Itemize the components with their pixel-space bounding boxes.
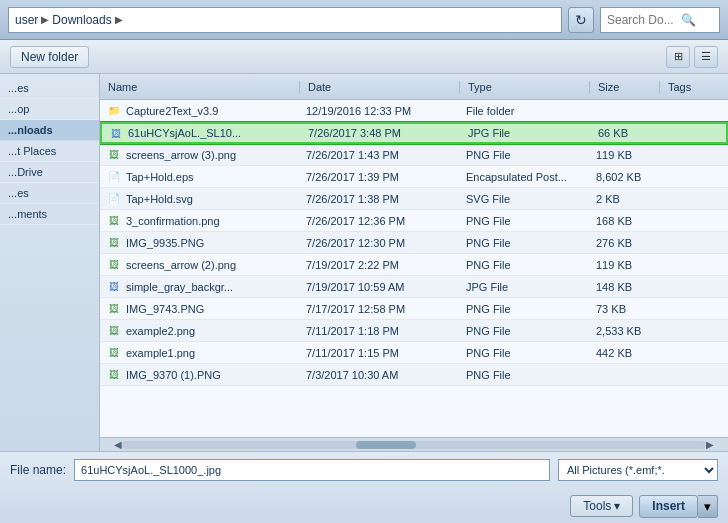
file-cell-name: 🖼 example1.png [100, 345, 300, 361]
tools-button[interactable]: Tools ▾ [570, 495, 633, 517]
filename-label: File name: [10, 463, 66, 477]
search-bar[interactable]: 🔍 [600, 7, 720, 33]
file-cell-type: PNG File [460, 303, 590, 315]
table-row[interactable]: 🖼 example2.png 7/11/2017 1:18 PM PNG Fil… [100, 320, 728, 342]
col-header-type[interactable]: Type [460, 81, 590, 93]
horizontal-scrollbar[interactable]: ◀ ▶ [100, 437, 728, 451]
file-cell-type: PNG File [460, 215, 590, 227]
table-row[interactable]: 🖼 screens_arrow (2).png 7/19/2017 2:22 P… [100, 254, 728, 276]
file-cell-size: 276 KB [590, 237, 660, 249]
table-row[interactable]: 📄 Tap+Hold.svg 7/26/2017 1:38 PM SVG Fil… [100, 188, 728, 210]
png-icon: 🖼 [106, 301, 122, 317]
new-folder-button[interactable]: New folder [10, 46, 89, 68]
file-cell-type: PNG File [460, 237, 590, 249]
table-row[interactable]: 🖼 IMG_9370 (1).PNG 7/3/2017 10:30 AM PNG… [100, 364, 728, 386]
file-name: IMG_9935.PNG [126, 237, 204, 249]
address-bar-area: user ▶ Downloads ▶ ↻ 🔍 [0, 0, 728, 40]
refresh-button[interactable]: ↻ [568, 7, 594, 33]
folder-icon: 📁 [106, 103, 122, 119]
file-cell-size: 8,602 KB [590, 171, 660, 183]
sidebar-item-drive[interactable]: ...Drive [0, 162, 99, 183]
file-name: example1.png [126, 347, 195, 359]
table-row[interactable]: 🖼 IMG_9935.PNG 7/26/2017 12:30 PM PNG Fi… [100, 232, 728, 254]
file-cell-date: 12/19/2016 12:33 PM [300, 105, 460, 117]
sidebar-item-documents[interactable]: ...ments [0, 204, 99, 225]
file-cell-date: 7/3/2017 10:30 AM [300, 369, 460, 381]
col-header-name[interactable]: Name [100, 81, 300, 93]
file-cell-size: 148 KB [590, 281, 660, 293]
file-cell-date: 7/26/2017 1:39 PM [300, 171, 460, 183]
scroll-left-arrow[interactable]: ◀ [114, 439, 122, 450]
file-cell-size: 2,533 KB [590, 325, 660, 337]
crumb-downloads[interactable]: Downloads [52, 13, 111, 27]
toolbar: New folder ⊞ ☰ [0, 40, 728, 74]
file-cell-type: JPG File [462, 127, 592, 139]
file-cell-date: 7/19/2017 10:59 AM [300, 281, 460, 293]
file-cell-date: 7/11/2017 1:15 PM [300, 347, 460, 359]
file-cell-type: PNG File [460, 369, 590, 381]
file-cell-size: 119 KB [590, 149, 660, 161]
file-cell-type: SVG File [460, 193, 590, 205]
sidebar-item-downloads[interactable]: ...nloads [0, 120, 99, 141]
sidebar-item-0[interactable]: ...es [0, 78, 99, 99]
table-row[interactable]: 🖼 3_confirmation.png 7/26/2017 12:36 PM … [100, 210, 728, 232]
file-name: screens_arrow (3).png [126, 149, 236, 161]
crumb-user[interactable]: user [15, 13, 38, 27]
search-input[interactable] [607, 13, 677, 27]
file-name: Capture2Text_v3.9 [126, 105, 218, 117]
file-cell-type: Encapsulated Post... [460, 171, 590, 183]
file-name: screens_arrow (2).png [126, 259, 236, 271]
file-cell-name: 🖼 screens_arrow (3).png [100, 147, 300, 163]
filetype-select[interactable]: All Pictures (*.emf;*. [558, 459, 718, 481]
col-header-tags[interactable]: Tags [660, 81, 728, 93]
file-cell-date: 7/26/2017 12:30 PM [300, 237, 460, 249]
eps-icon: 📄 [106, 169, 122, 185]
jpg-icon: 🖼 [106, 279, 122, 295]
bottom-area: File name: All Pictures (*.emf;*. Tools … [0, 451, 728, 523]
file-cell-type: PNG File [460, 149, 590, 161]
file-list-container: Name Date Type Size Tags 📁 Capture2Text_… [100, 74, 728, 451]
sidebar-item-4[interactable]: ...es [0, 183, 99, 204]
list-view-button[interactable]: ☰ [694, 46, 718, 68]
insert-dropdown-icon: ▾ [704, 499, 711, 514]
file-name: 3_confirmation.png [126, 215, 220, 227]
tools-arrow-icon: ▾ [614, 499, 620, 513]
file-cell-size: 66 KB [592, 127, 662, 139]
svg-icon: 📄 [106, 191, 122, 207]
table-row[interactable]: 🖼 IMG_9743.PNG 7/17/2017 12:58 PM PNG Fi… [100, 298, 728, 320]
table-row[interactable]: 🖼 example1.png 7/11/2017 1:15 PM PNG Fil… [100, 342, 728, 364]
file-cell-size: 73 KB [590, 303, 660, 315]
file-cell-name: 🖼 IMG_9370 (1).PNG [100, 367, 300, 383]
file-cell-name: 📄 Tap+Hold.eps [100, 169, 300, 185]
file-cell-size: 442 KB [590, 347, 660, 359]
address-bar[interactable]: user ▶ Downloads ▶ [8, 7, 562, 33]
filename-row: File name: All Pictures (*.emf;*. [0, 452, 728, 488]
insert-button[interactable]: Insert [639, 495, 698, 518]
file-cell-type: PNG File [460, 259, 590, 271]
table-row[interactable]: 📁 Capture2Text_v3.9 12/19/2016 12:33 PM … [100, 100, 728, 122]
scroll-right-arrow[interactable]: ▶ [706, 439, 714, 450]
insert-dropdown-button[interactable]: ▾ [698, 495, 718, 518]
col-header-date[interactable]: Date [300, 81, 460, 93]
filename-input[interactable] [74, 459, 550, 481]
column-headers: Name Date Type Size Tags [100, 74, 728, 100]
file-cell-date: 7/26/2017 1:43 PM [300, 149, 460, 161]
grid-view-button[interactable]: ⊞ [666, 46, 690, 68]
file-cell-date: 7/19/2017 2:22 PM [300, 259, 460, 271]
scroll-track[interactable] [122, 441, 706, 449]
table-row[interactable]: 🖼 61uHCYsjAoL._SL10... 7/26/2017 3:48 PM… [100, 122, 728, 144]
crumb-separator-2: ▶ [115, 14, 123, 25]
table-row[interactable]: 🖼 screens_arrow (3).png 7/26/2017 1:43 P… [100, 144, 728, 166]
table-row[interactable]: 🖼 simple_gray_backgr... 7/19/2017 10:59 … [100, 276, 728, 298]
table-row[interactable]: 📄 Tap+Hold.eps 7/26/2017 1:39 PM Encapsu… [100, 166, 728, 188]
action-row: Tools ▾ Insert ▾ [0, 488, 728, 523]
file-cell-date: 7/17/2017 12:58 PM [300, 303, 460, 315]
file-cell-date: 7/11/2017 1:18 PM [300, 325, 460, 337]
sidebar-item-1[interactable]: ...op [0, 99, 99, 120]
col-header-size[interactable]: Size [590, 81, 660, 93]
png-icon: 🖼 [106, 235, 122, 251]
sidebar-item-places[interactable]: ...t Places [0, 141, 99, 162]
file-cell-name: 🖼 simple_gray_backgr... [100, 279, 300, 295]
file-name: Tap+Hold.eps [126, 171, 194, 183]
scroll-thumb[interactable] [356, 441, 416, 449]
